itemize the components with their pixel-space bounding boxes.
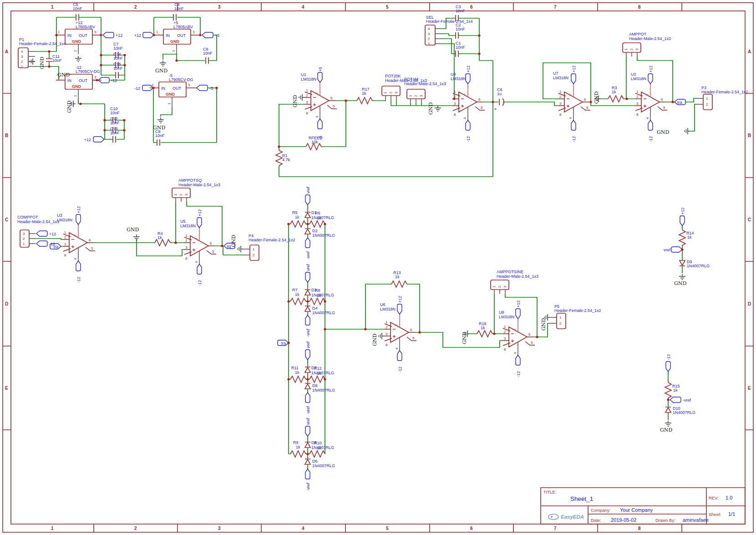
gnd-net-label: GND — [127, 227, 139, 233]
net-flag-mvref[interactable]: -vref — [305, 238, 310, 260]
net-flag-p12[interactable]: +12 — [466, 66, 471, 84]
net-flag-m12[interactable]: -12 — [197, 264, 202, 286]
gnd-symbol[interactable]: GND — [660, 421, 672, 433]
gnd-symbol[interactable]: GND — [674, 274, 686, 286]
net-flag-p12[interactable]: +12 — [516, 301, 521, 319]
schematic-svg[interactable]: 1 2 3 8 6 5 7 4 IN OUT GND 1 3 2 IN OUT … — [0, 0, 756, 535]
component-reg-m5[interactable]: -5 L7905CV-DG — [150, 73, 195, 107]
net-flag-mvref[interactable]: -vref — [305, 315, 310, 337]
component-c9[interactable]: C9 10nF — [155, 129, 165, 146]
net-flag-p12[interactable]: +12 — [36, 231, 56, 236]
net-flag-m12[interactable]: -12 — [571, 120, 576, 142]
net-flag-m12[interactable]: -12 — [397, 351, 402, 372]
component-p5[interactable]: P5 Header-Female-2.54_1x2 — [550, 304, 601, 329]
net-flag-p12[interactable]: +12 — [648, 66, 653, 84]
component-c11[interactable]: C11 10nF — [46, 54, 62, 63]
component-amppotsine[interactable]: AMPPOTSINE Header-Male-2.54_1x3 — [491, 270, 538, 294]
gnd-symbol[interactable]: GND — [462, 331, 470, 344]
net-flag-m5[interactable]: -5 — [197, 85, 213, 91]
gnd-symbol[interactable]: GND — [657, 128, 690, 135]
component-c6[interactable]: + C6 1u — [494, 87, 504, 112]
gnd-symbol[interactable] — [75, 56, 81, 61]
net-flag-p12[interactable]: +12 — [134, 32, 154, 38]
component-p4[interactable]: P4 Header-Female-2.54_1x2 — [243, 234, 295, 260]
component-c2[interactable]: C2 10nF — [456, 23, 465, 39]
component-amppot[interactable]: AMPPOT Header-Male-2.54_1x3 — [623, 32, 671, 56]
component-u1[interactable]: U1 LM318N — [301, 72, 337, 119]
component-r15[interactable]: R15 1k — [665, 382, 680, 398]
net-flag-m12[interactable]: -12 — [666, 354, 671, 372]
net-flag-tra[interactable]: tra — [278, 340, 289, 346]
net-flag-p12[interactable]: +12 — [197, 209, 202, 228]
component-r14[interactable]: R14 1k — [679, 230, 694, 245]
net-flag-p12[interactable]: +12 — [680, 208, 685, 226]
net-flag-vref[interactable]: vref — [305, 418, 310, 436]
component-rfeed[interactable]: RFEED 10k — [306, 136, 323, 150]
component-reg-p5[interactable]: +5 L7805ABV — [154, 20, 200, 54]
net-flag-p5[interactable]: +5 — [202, 32, 219, 38]
wires[interactable] — [35, 17, 696, 469]
component-r4[interactable]: R4 1k — [155, 231, 170, 246]
gnd-symbol[interactable]: GND — [153, 117, 165, 131]
component-c15[interactable]: C15 10nF — [113, 62, 123, 78]
gnd-symbol[interactable]: GND — [66, 101, 76, 113]
component-d2[interactable]: D2 1N4007RLG — [305, 229, 335, 238]
gnd-symbol[interactable]: GND — [594, 92, 601, 104]
net-flag-p12[interactable]: +12 — [397, 296, 402, 314]
component-c5[interactable]: C5 10nF — [73, 2, 82, 20]
net-flag-vref[interactable]: vref — [305, 264, 310, 282]
component-c1[interactable]: C1 10nF — [456, 41, 465, 57]
component-d9[interactable]: D9 1N4007RLG — [680, 260, 710, 268]
net-flag-p12[interactable]: +12 — [103, 32, 122, 38]
gnd-symbol[interactable]: GND — [541, 314, 550, 331]
component-u2[interactable]: U2 LM318N — [631, 72, 667, 120]
gnd-symbol[interactable]: GND — [428, 102, 441, 115]
net-flag-p12[interactable]: +12 — [571, 66, 576, 84]
gnd-symbol[interactable]: GND — [372, 333, 384, 346]
component-d4[interactable]: D4 1N4007RLG — [305, 306, 335, 315]
net-flag-m12[interactable]: -12 — [76, 261, 81, 283]
component-r13[interactable]: R13 1k — [391, 270, 407, 287]
component-u7[interactable]: U7 LM318N — [553, 71, 590, 120]
net-flag-vref[interactable]: vref — [664, 247, 682, 252]
net-flag-m12[interactable]: -12 — [516, 355, 521, 377]
net-flag-p12[interactable]: +12 — [84, 137, 104, 142]
component-d6[interactable]: D6 1N4007RLG — [305, 459, 335, 468]
net-flag-p12[interactable]: +12 — [76, 206, 81, 224]
component-d8[interactable]: D8 1N4007RLG — [305, 383, 335, 392]
net-flag-m12[interactable]: -12 — [648, 120, 653, 142]
component-r9[interactable]: R9 1k — [290, 440, 306, 457]
gnd-symbol[interactable]: GND — [292, 94, 304, 107]
component-amppotsq[interactable]: AMPPOTSQ Header-Male-2.54_1x3 — [172, 178, 220, 202]
component-u4[interactable]: U4 LM318N — [451, 72, 485, 120]
schematic-canvas[interactable]: 1 2 3 8 6 5 7 4 IN OUT GND 1 3 2 IN OUT … — [0, 0, 756, 535]
component-r17[interactable]: R17 1k — [357, 87, 372, 104]
component-c4[interactable]: C4 10nF — [173, 2, 184, 20]
gnd-symbol[interactable]: GND — [30, 57, 45, 69]
component-d10[interactable]: D10 1N4007RLG — [665, 406, 695, 415]
net-flag-m12[interactable]: -12 — [466, 120, 471, 142]
component-reg-p12[interactable]: +12 L7805ABV — [56, 20, 101, 54]
net-flag-mvref[interactable]: -vref — [670, 397, 691, 403]
component-r7[interactable]: R7 1k — [290, 288, 306, 305]
net-flag-vref[interactable]: vref — [305, 341, 310, 360]
net-flag-tra[interactable]: tra — [675, 99, 685, 105]
component-r16[interactable]: R16 1k — [477, 321, 492, 337]
net-flag-p5[interactable]: +5 — [318, 67, 323, 82]
component-p3[interactable]: P3 Header-Female-2.54_1x2 — [696, 86, 748, 110]
net-flag-mvref[interactable]: -vref — [305, 392, 310, 414]
component-r1[interactable]: R1 4.7k — [276, 150, 290, 166]
component-c8[interactable]: C8 10nF — [203, 47, 213, 64]
component-r3[interactable]: R3 1k — [608, 86, 624, 102]
component-r5[interactable]: R5 1k — [290, 210, 306, 227]
net-flag-mvref[interactable]: -vref — [305, 469, 310, 491]
component-r11[interactable]: R11 1k — [290, 366, 306, 382]
net-flag-vref[interactable]: vref — [305, 186, 310, 205]
gnd-symbol[interactable]: GND — [231, 235, 243, 252]
component-reg-m12[interactable]: GND -12 L7905CV-DG — [56, 65, 101, 99]
component-sel[interactable]: SEL Header-Female-2.54_1x4 — [425, 15, 473, 46]
gnd-symbol[interactable]: GND — [127, 227, 140, 240]
component-c13[interactable]: C13 10nF — [110, 127, 120, 143]
component-u6[interactable]: U6 LM318N — [380, 302, 416, 351]
gnd-symbol[interactable]: GND — [155, 61, 167, 74]
